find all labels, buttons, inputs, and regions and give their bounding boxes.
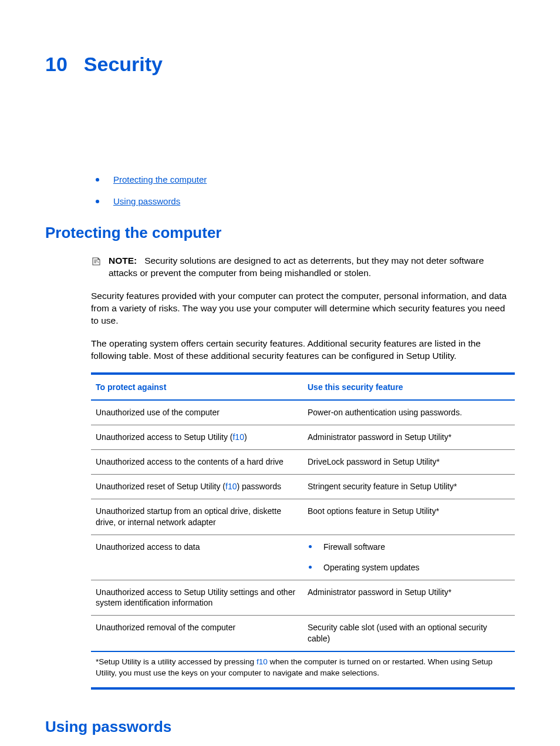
table-row: Unauthorized access to data Firewall sof… (91, 535, 515, 580)
security-table: To protect against Use this security fea… (91, 372, 515, 689)
table-footnote: *Setup Utility is a utility accessed by … (91, 651, 515, 688)
note-text: NOTE: Security solutions are designed to… (63, 255, 515, 280)
bullet-icon (96, 200, 99, 203)
table-row: Unauthorized reset of Setup Utility (f10… (91, 475, 515, 499)
table-header-col2: Use this security feature (303, 374, 515, 400)
table-cell: Unauthorized use of the computer (91, 400, 303, 425)
table-cell: DriveLock password in Setup Utility* (303, 450, 515, 475)
table-row: Unauthorized access to the contents of a… (91, 450, 515, 475)
table-cell: Unauthorized access to Setup Utility (f1… (91, 425, 303, 450)
table-cell: Unauthorized reset of Setup Utility (f10… (91, 475, 303, 499)
bullet-icon (309, 566, 312, 569)
table-cell: Security cable slot (used with an option… (303, 616, 515, 651)
page: 10Security Protecting the computer Using… (0, 0, 560, 746)
table-row: Unauthorized use of the computer Power-o… (91, 400, 515, 425)
f10-link[interactable]: f10 (232, 432, 244, 442)
heading-passwords: Using passwords (45, 718, 515, 736)
table-cell: Boot options feature in Setup Utility* (303, 499, 515, 535)
f10-link[interactable]: f10 (225, 482, 237, 491)
bullet-icon (309, 545, 312, 548)
list-item: Operating system updates (308, 562, 510, 573)
table-footnote-row: *Setup Utility is a utility accessed by … (91, 651, 515, 688)
table-row: Unauthorized startup from an optical dri… (91, 499, 515, 535)
section-toc: Protecting the computer Using passwords (96, 174, 515, 206)
table-header-col1: To protect against (91, 374, 303, 400)
table-header-row: To protect against Use this security fea… (91, 374, 515, 400)
note-body: Security solutions are designed to act a… (109, 256, 484, 278)
table-row: Unauthorized access to Setup Utility (f1… (91, 425, 515, 450)
table-row: Unauthorized removal of the computer Sec… (91, 616, 515, 651)
bullet-icon (96, 178, 99, 182)
table-row: Unauthorized access to Setup Utility set… (91, 580, 515, 616)
table-cell: Unauthorized access to data (91, 535, 303, 580)
table-cell: Administrator password in Setup Utility* (303, 425, 515, 450)
cell-bullet-list: Firewall software Operating system updat… (308, 542, 510, 573)
toc-link-passwords[interactable]: Using passwords (113, 196, 180, 206)
table-cell: Unauthorized startup from an optical dri… (91, 499, 303, 535)
table-cell: Unauthorized access to the contents of a… (91, 450, 303, 475)
table-cell: Unauthorized access to Setup Utility set… (91, 580, 303, 616)
chapter-title: 10Security (45, 53, 515, 76)
table-cell: Firewall software Operating system updat… (303, 535, 515, 580)
chapter-name: Security (84, 53, 163, 75)
f10-link[interactable]: f10 (257, 657, 268, 666)
heading-protecting: Protecting the computer (45, 224, 515, 242)
table-cell: Power-on authentication using passwords. (303, 400, 515, 425)
table-cell: Stringent security feature in Setup Util… (303, 475, 515, 499)
section-body: NOTE: Security solutions are designed to… (91, 255, 515, 690)
paragraph: The operating system offers certain secu… (91, 338, 515, 362)
list-item: Firewall software (308, 542, 510, 553)
chapter-number: 10 (45, 53, 68, 76)
table-cell: Administrator password in Setup Utility* (303, 580, 515, 616)
toc-item: Protecting the computer (96, 174, 515, 184)
paragraph: Security features provided with your com… (91, 290, 515, 327)
toc-link-protecting[interactable]: Protecting the computer (113, 174, 207, 184)
note-label: NOTE: (109, 256, 137, 266)
toc-item: Using passwords (96, 196, 515, 206)
table-cell: Unauthorized removal of the computer (91, 616, 303, 651)
note-block: NOTE: Security solutions are designed to… (91, 255, 515, 280)
